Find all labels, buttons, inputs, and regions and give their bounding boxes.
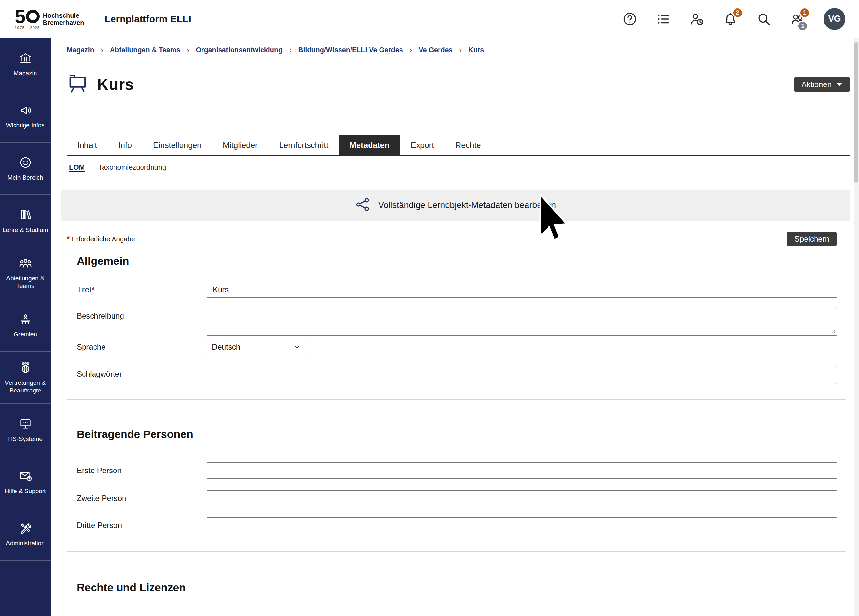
bank-icon bbox=[19, 51, 32, 66]
sidebar-item-hilfe-support[interactable]: Hilfe & Support bbox=[0, 456, 51, 508]
beschreibung-label: Beschreibung bbox=[77, 308, 207, 321]
breadcrumb-separator-icon: › bbox=[289, 45, 292, 55]
hs-bremerhaven-logo[interactable]: 5 1975 – 2025 Hochschule Bremerhaven bbox=[0, 8, 84, 30]
sidebar-item-magazin[interactable]: Magazin bbox=[0, 38, 51, 90]
logo-name-line1: Hochschule bbox=[43, 12, 84, 19]
section-divider bbox=[67, 552, 846, 552]
required-hint: *Erforderliche Angabe bbox=[67, 235, 135, 243]
dritte-person-input[interactable] bbox=[207, 517, 837, 533]
breadcrumb-item[interactable]: Kurs bbox=[468, 46, 484, 54]
edit-full-metadata-banner[interactable]: Vollständige Lernobjekt-Metadaten bearbe… bbox=[61, 190, 850, 220]
tab-info[interactable]: Info bbox=[108, 136, 142, 155]
section-title-rechte: Rechte und Lizenzen bbox=[77, 581, 850, 594]
logo-50: 5 1975 – 2025 bbox=[15, 8, 40, 30]
breadcrumb-item[interactable]: Bildung/Wissen/ELLI Ve Gerdes bbox=[298, 46, 403, 54]
sidebar-item-label: Administration bbox=[5, 539, 45, 547]
sidebar-item-label: Wichtige Infos bbox=[5, 122, 45, 129]
main-content: Magazin › Abteilungen & Teams › Organisa… bbox=[51, 38, 854, 616]
form-row-sprache: Sprache Deutsch bbox=[77, 339, 837, 355]
tab-lernfortschritt[interactable]: Lernfortschritt bbox=[268, 136, 339, 155]
erste-person-input[interactable] bbox=[207, 463, 837, 478]
help-icon[interactable] bbox=[622, 12, 637, 27]
contacts-icon[interactable]: 1 1 bbox=[790, 12, 805, 27]
scrollbar-thumb[interactable] bbox=[854, 42, 858, 183]
dritte-person-label: Dritte Person bbox=[77, 517, 207, 530]
logo-name-line2: Bremerhaven bbox=[43, 19, 84, 26]
lectern-icon bbox=[19, 313, 32, 327]
subtab-lom[interactable]: LOM bbox=[69, 163, 85, 172]
subtab-taxonomiezuordnung[interactable]: Taxonomiezuordnung bbox=[98, 163, 166, 172]
form-row-copyright: Copyright All rights reserved bbox=[77, 614, 837, 616]
sidebar-item-label: Vertretungen & Beauftragte bbox=[0, 379, 51, 394]
breadcrumb-separator-icon: › bbox=[459, 45, 462, 55]
sidebar-item-gremien[interactable]: Gremien bbox=[0, 299, 51, 352]
page-title-row: Kurs Aktionen bbox=[67, 64, 850, 105]
tab-inhalt[interactable]: Inhalt bbox=[67, 136, 108, 155]
monitor-icon bbox=[19, 417, 32, 432]
tab-rechte[interactable]: Rechte bbox=[445, 136, 491, 155]
form-row-beschreibung: Beschreibung bbox=[77, 308, 837, 336]
mail-question-icon bbox=[19, 469, 32, 484]
actions-button-label: Aktionen bbox=[801, 80, 832, 89]
form-row-dritte-person: Dritte Person bbox=[77, 517, 837, 533]
sidebar-item-label: HS-Systeme bbox=[7, 435, 44, 442]
copyright-label: Copyright bbox=[77, 614, 207, 616]
tab-metadaten[interactable]: Metadaten bbox=[339, 136, 400, 155]
user-clock-icon[interactable] bbox=[689, 12, 704, 27]
section-divider bbox=[67, 399, 846, 400]
sidebar-item-label: Hilfe & Support bbox=[4, 487, 47, 495]
bell-badge: 2 bbox=[732, 8, 743, 18]
breadcrumb: Magazin › Abteilungen & Teams › Organisa… bbox=[67, 45, 850, 55]
breadcrumb-separator-icon: › bbox=[101, 45, 103, 55]
resize-handle-icon[interactable] bbox=[830, 328, 836, 334]
breadcrumb-item[interactable]: Abteilungen & Teams bbox=[110, 46, 180, 54]
sidebar-item-hs-systeme[interactable]: HS-Systeme bbox=[0, 404, 51, 456]
sprache-select-value: Deutsch bbox=[212, 342, 240, 352]
contacts-badge-top: 1 bbox=[799, 8, 810, 18]
zweite-person-input[interactable] bbox=[207, 490, 837, 507]
app-header: 5 1975 – 2025 Hochschule Bremerhaven Ler… bbox=[0, 0, 859, 38]
sidebar-item-abteilungen-teams[interactable]: Abteilungen & Teams bbox=[0, 247, 51, 299]
smiley-icon bbox=[19, 156, 32, 170]
breadcrumb-item[interactable]: Organisationsentwicklung bbox=[196, 46, 283, 54]
page-title: Kurs bbox=[97, 75, 134, 94]
copyright-radio-group: All rights reserved bbox=[207, 614, 837, 616]
form-row-titel: Titel* bbox=[77, 281, 837, 298]
globe-people-icon bbox=[19, 361, 32, 376]
section-title-beitragende: Beitragende Personen bbox=[77, 428, 850, 441]
page: 5 1975 – 2025 Hochschule Bremerhaven Ler… bbox=[0, 0, 859, 616]
sprache-select[interactable]: Deutsch bbox=[207, 339, 305, 355]
metadata-graph-icon bbox=[355, 197, 370, 214]
titel-input[interactable] bbox=[207, 281, 837, 298]
tab-mitglieder[interactable]: Mitglieder bbox=[212, 136, 268, 155]
todo-list-icon[interactable] bbox=[656, 12, 671, 27]
sprache-label: Sprache bbox=[77, 339, 207, 352]
sidebar-item-mein-bereich[interactable]: Mein Bereich bbox=[0, 142, 51, 195]
sidebar-item-vertretungen-beauftragte[interactable]: Vertretungen & Beauftragte bbox=[0, 352, 51, 404]
vertical-scrollbar[interactable] bbox=[854, 38, 859, 616]
section-title-allgemein: Allgemein bbox=[77, 255, 850, 267]
banner-label: Vollständige Lernobjekt-Metadaten bearbe… bbox=[378, 200, 556, 210]
schlagwoerter-label: Schlagwörter bbox=[77, 366, 207, 378]
search-icon[interactable] bbox=[756, 12, 771, 27]
subtab-bar: LOM Taxonomiezuordnung bbox=[69, 163, 850, 172]
sidebar: Magazin Wichtige Infos Mein Bereich Lehr… bbox=[0, 38, 51, 616]
schlagwoerter-input[interactable] bbox=[207, 366, 837, 384]
sidebar-item-lehre-studium[interactable]: Lehre & Studium bbox=[0, 195, 51, 247]
actions-button[interactable]: Aktionen bbox=[794, 77, 850, 92]
breadcrumb-item[interactable]: Magazin bbox=[67, 46, 94, 54]
bell-icon[interactable]: 2 bbox=[723, 12, 738, 27]
sidebar-item-administration[interactable]: Administration bbox=[0, 508, 51, 561]
megaphone-icon bbox=[19, 103, 32, 118]
save-button[interactable]: Speichern bbox=[787, 231, 837, 246]
logo-zero-ring bbox=[26, 10, 40, 23]
tab-einstellungen[interactable]: Einstellungen bbox=[142, 136, 212, 155]
form-row-zweite-person: Zweite Person bbox=[77, 490, 837, 507]
sidebar-item-wichtige-infos[interactable]: Wichtige Infos bbox=[0, 90, 51, 142]
beschreibung-textarea[interactable] bbox=[207, 308, 837, 336]
chevron-down-icon bbox=[293, 343, 301, 351]
breadcrumb-item[interactable]: Ve Gerdes bbox=[419, 46, 452, 54]
avatar[interactable]: VG bbox=[823, 8, 845, 30]
breadcrumb-separator-icon: › bbox=[187, 45, 190, 55]
tab-export[interactable]: Export bbox=[400, 136, 445, 155]
